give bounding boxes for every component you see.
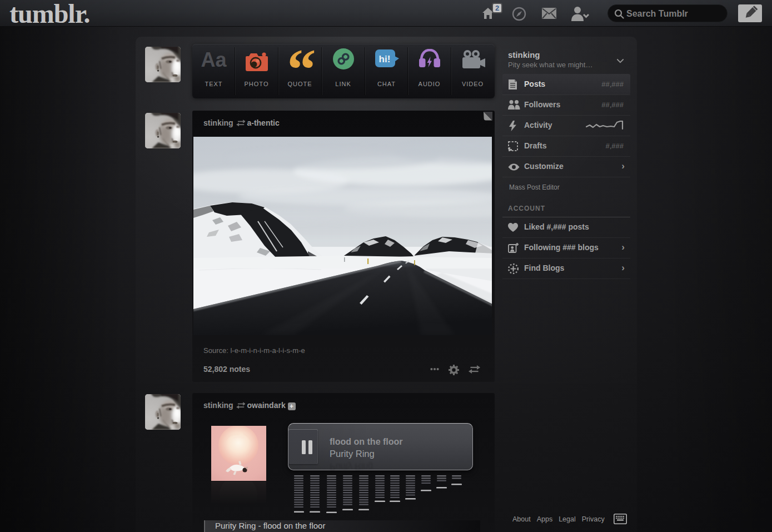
svg-text:hi!: hi! (379, 54, 391, 64)
